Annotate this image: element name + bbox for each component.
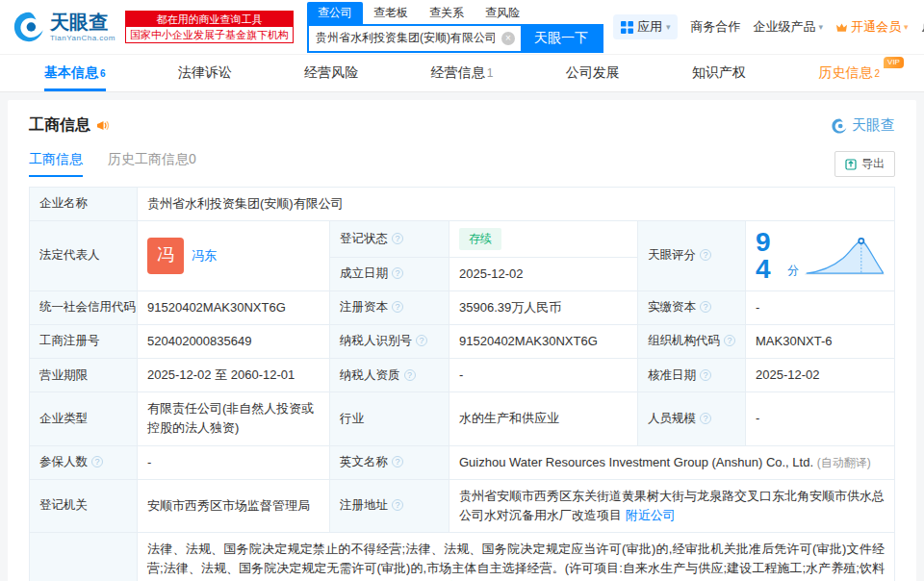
approval-date-label: 核准日期? [638, 359, 746, 392]
tianyancha-logo[interactable]: 天眼查 TianYanCha.com [12, 10, 116, 44]
credit-code-value: 91520402MAK30NXT6G [138, 290, 330, 324]
table-row: 工商注册号 520402000835649 纳税人识别号? 91520402MA… [30, 325, 895, 359]
help-icon[interactable]: ? [724, 335, 735, 346]
label-text: 登记机关 [39, 498, 88, 512]
watermark-logo: 天眼查 [831, 116, 895, 135]
table-row: 法定代表人 冯 冯东 登记状态? 存续 天眼评分? 94 [30, 221, 895, 258]
reg-number-label: 工商注册号 [30, 325, 138, 359]
export-icon [845, 159, 857, 170]
business-scope-value: 法律、法规、国务院决定规定禁止的不得经营;法律、法规、国务院决定规定应当许可(审… [138, 533, 895, 581]
label-text: 营业期限 [39, 368, 88, 382]
export-label: 导出 [861, 156, 885, 172]
tab-intellectual-property[interactable]: 知识产权 [692, 55, 746, 91]
value-text: 水的生产和供应业 [459, 411, 559, 425]
business-term-label: 营业期限 [30, 359, 138, 392]
search-button[interactable]: 天眼一下 [521, 26, 602, 51]
help-icon[interactable]: ? [700, 369, 711, 381]
search-tab-relation[interactable]: 查关系 [419, 2, 475, 24]
taxpayer-id-label: 纳税人识别号? [330, 325, 449, 359]
help-icon[interactable]: ? [392, 301, 403, 313]
export-button[interactable]: 导出 [834, 151, 895, 177]
tab-company-development[interactable]: 公司发展 [566, 55, 620, 91]
reg-capital-value: 35906.39万人民币 [449, 290, 638, 324]
help-icon[interactable]: ? [700, 249, 711, 261]
search-tab-boss[interactable]: 查老板 [363, 2, 419, 24]
enterprise-products-menu[interactable]: 企业级产品 ▾ [753, 18, 823, 36]
value-text: 安顺市西秀区市场监督管理局 [147, 498, 310, 513]
notifications-button[interactable] [921, 18, 924, 36]
open-vip-label: 开通会员 [851, 18, 901, 36]
taxpayer-quality-label: 纳税人资质? [330, 359, 449, 392]
tab-operation-info[interactable]: 经营信息 1 [431, 55, 494, 91]
establish-date-label: 成立日期? [330, 257, 449, 290]
open-vip-menu[interactable]: 开通会员 ▾ [835, 18, 909, 36]
help-icon[interactable]: ? [404, 369, 416, 381]
clear-search-icon[interactable]: × [501, 32, 515, 45]
score-label: 天眼评分? [638, 221, 746, 291]
label-text: 核准日期 [648, 368, 696, 382]
chevron-down-icon: ▾ [666, 22, 671, 32]
value-text: 35906.39万人民币 [459, 300, 561, 315]
table-row: 企业名称 贵州省水利投资集团(安顺)有限公司 [30, 188, 895, 221]
tab-basic-info[interactable]: 基本信息 6 [44, 55, 106, 91]
value-text: 2025-12-02 [756, 367, 820, 382]
watermark-text: 天眼查 [852, 116, 895, 135]
vip-badge: VIP [884, 57, 904, 68]
legal-rep-label: 法定代表人 [30, 221, 138, 291]
paid-capital-label: 实缴资本? [638, 290, 746, 324]
taxpayer-quality-value: - [449, 359, 638, 392]
reg-status-value: 存续 [449, 221, 638, 258]
value-text: 91520402MAK30NXT6G [147, 300, 286, 315]
label-text: 组织机构代码 [648, 334, 720, 347]
tab-history-info[interactable]: 历史信息 2 VIP [818, 55, 880, 91]
search-tab-company[interactable]: 查公司 [307, 2, 363, 24]
label-text: 实缴资本 [648, 300, 696, 314]
help-icon[interactable]: ? [392, 267, 403, 279]
logo-subtitle: TianYanCha.com [50, 35, 116, 42]
legal-rep-link[interactable]: 冯东 [192, 246, 217, 265]
tab-legal-litigation[interactable]: 法律诉讼 [178, 55, 232, 91]
taxpayer-id-value: 91520402MAK30NXT6G [449, 325, 638, 359]
enterprise-label: 企业级产品 [753, 18, 815, 36]
slogan-line1: 都在用的商业查询工具 [126, 12, 293, 27]
nearby-companies-link[interactable]: 附近公司 [626, 508, 676, 522]
top-bar: 天眼查 TianYanCha.com 都在用的商业查询工具 国家中小企业发展子基… [0, 0, 924, 54]
apps-menu[interactable]: 应用 ▾ [613, 14, 679, 39]
subtab-business-info[interactable]: 工商信息 [29, 151, 83, 177]
help-icon[interactable]: ? [700, 301, 711, 313]
org-code-label: 组织机构代码? [638, 325, 746, 359]
help-icon[interactable]: ? [392, 499, 403, 511]
label-text: 企业类型 [39, 412, 88, 425]
auto-translate-note: (自动翻译) [817, 456, 871, 469]
value-text: 2025-12-02 至 2060-12-01 [147, 367, 295, 382]
search-input[interactable] [309, 26, 501, 51]
value-text: Guizhou Water Resources Investment Group… [459, 455, 813, 469]
table-row: 经营范围? 法律、法规、国务院决定规定禁止的不得经营;法律、法规、国务院决定规定… [30, 533, 895, 581]
approval-date-value: 2025-12-02 [746, 359, 895, 392]
value-text: - [459, 367, 463, 382]
help-icon[interactable]: ? [91, 456, 103, 467]
tab-label: 经营风险 [304, 64, 358, 82]
reg-status-label: 登记状态? [330, 221, 449, 258]
section-title-text: 工商信息 [29, 115, 90, 136]
reg-address-label: 注册地址? [330, 479, 449, 532]
value-text: - [147, 455, 151, 469]
logo-title: 天眼查 [50, 13, 116, 32]
tab-operation-risk[interactable]: 经营风险 [304, 55, 358, 91]
cooperation-label: 商务合作 [690, 18, 740, 36]
avatar[interactable]: 冯 [147, 238, 184, 274]
business-cooperation-link[interactable]: 商务合作 [690, 18, 740, 36]
label-text: 成立日期 [340, 266, 388, 280]
org-code-value: MAK30NXT-6 [746, 325, 895, 359]
help-icon[interactable]: ? [392, 456, 403, 467]
industry-value: 水的生产和供应业 [449, 392, 638, 445]
search-tab-risk[interactable]: 查风险 [475, 2, 530, 24]
help-icon[interactable]: ? [416, 335, 427, 346]
credit-code-label: 统一社会信用代码 [30, 290, 138, 324]
help-icon[interactable]: ? [700, 413, 711, 424]
subtab-history-business-info[interactable]: 历史工商信息0 [108, 151, 196, 177]
company-nav-tabs: 基本信息 6 法律诉讼 经营风险 经营信息 1 公司发展 知识产权 历史信息 2… [0, 54, 924, 92]
business-info-table: 企业名称 贵州省水利投资集团(安顺)有限公司 法定代表人 冯 冯东 登记状态? … [29, 187, 895, 581]
vip-crown-icon [835, 22, 848, 33]
help-icon[interactable]: ? [392, 233, 403, 244]
